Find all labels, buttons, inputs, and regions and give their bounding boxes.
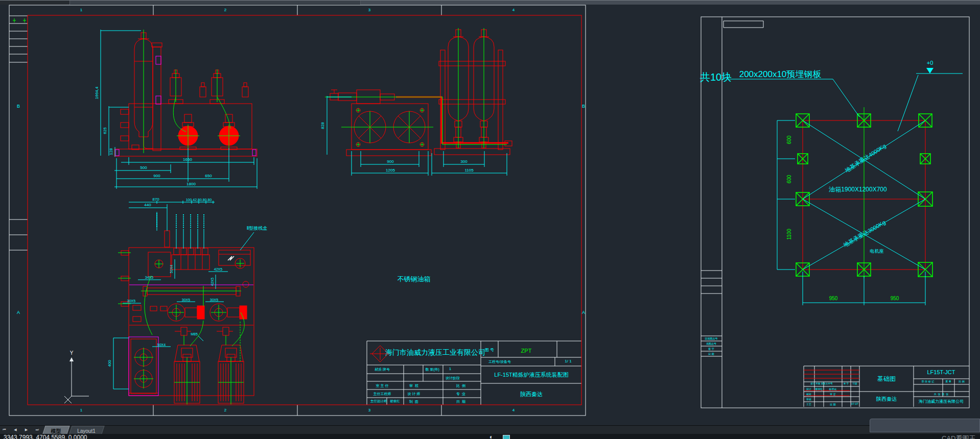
tab-nav-last-icon[interactable]: ⏭	[33, 426, 41, 434]
left-sheet-frame	[9, 5, 586, 416]
brightness-toggle-icon[interactable]: ◐	[489, 434, 493, 439]
cursor-coordinates: 3343.7993, 4704.5589, 0.0000	[4, 434, 87, 439]
tab-nav-next-icon[interactable]: ▶	[22, 426, 31, 434]
right-sheet-frame	[701, 17, 969, 408]
bottom-right-panel[interactable]	[870, 419, 980, 432]
tab-model[interactable]: 模型	[42, 426, 69, 434]
top-strip-segment-right	[360, 1, 980, 5]
top-strip-segment-left	[0, 1, 70, 5]
tab-nav-prev-icon[interactable]: ◀	[11, 426, 19, 434]
left-sheet-green-linework	[13, 18, 507, 404]
tab-nav-first-icon[interactable]: ⏮	[0, 426, 9, 434]
fullscreen-monitor-icon[interactable]	[503, 435, 510, 439]
status-bar: 3343.7993, 4704.5589, 0.0000 ◐ CAD看图王	[0, 434, 980, 439]
left-sheet-dimension-lines	[101, 30, 507, 389]
app-watermark: CAD看图王	[942, 434, 975, 439]
window-top-strip	[0, 0, 980, 4]
tab-layout1[interactable]: Layout1	[69, 426, 105, 434]
layout-tab-bar: ⏮ ◀ ▶ ⏭ 模型 Layout1	[0, 425, 980, 434]
cad-drawing-canvas[interactable]	[0, 0, 980, 434]
foundation-plan-plates	[796, 107, 932, 278]
